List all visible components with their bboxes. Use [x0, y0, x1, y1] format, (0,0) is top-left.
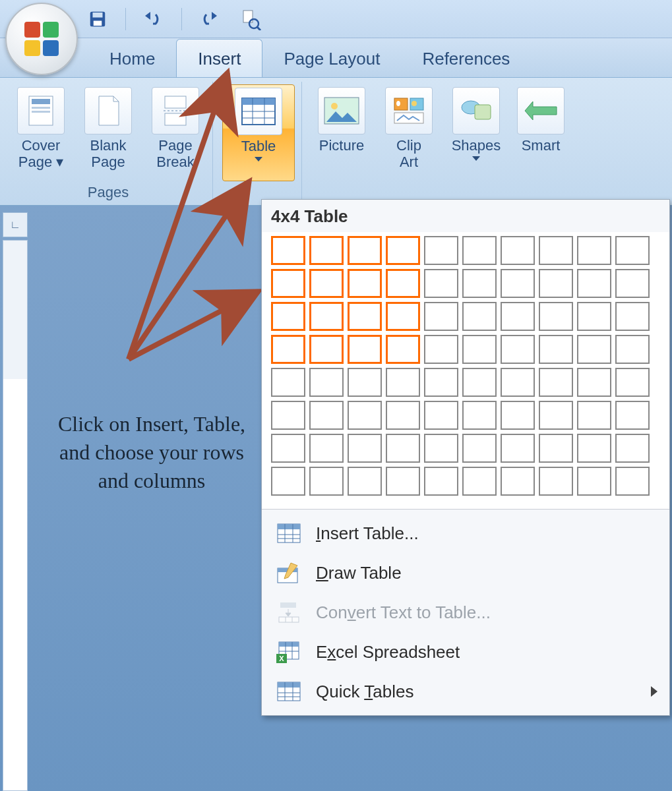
grid-cell[interactable]	[501, 335, 535, 364]
undo-button[interactable]	[140, 6, 167, 32]
picture-button[interactable]: Picture	[311, 84, 372, 181]
grid-cell[interactable]	[348, 467, 382, 496]
grid-cell[interactable]	[539, 335, 573, 364]
grid-cell[interactable]	[501, 401, 535, 430]
clip-art-button[interactable]: Clip Art	[379, 84, 439, 181]
grid-cell[interactable]	[501, 302, 535, 331]
grid-cell[interactable]	[462, 236, 497, 265]
grid-cell[interactable]	[309, 467, 344, 496]
menu-insert-table[interactable]: Insert Table...	[262, 513, 669, 553]
grid-cell[interactable]	[386, 335, 420, 364]
grid-cell[interactable]	[462, 335, 497, 364]
grid-cell[interactable]	[386, 467, 420, 496]
grid-cell[interactable]	[462, 368, 497, 397]
grid-cell[interactable]	[424, 434, 458, 463]
grid-cell[interactable]	[539, 467, 573, 496]
grid-cell[interactable]	[271, 368, 305, 397]
menu-draw-table[interactable]: Draw Table	[262, 553, 669, 593]
grid-cell[interactable]	[577, 368, 611, 397]
grid-cell[interactable]	[271, 401, 305, 430]
grid-cell[interactable]	[271, 236, 305, 265]
grid-cell[interactable]	[348, 269, 382, 298]
grid-cell[interactable]	[348, 236, 382, 265]
save-button[interactable]	[84, 6, 111, 32]
grid-cell[interactable]	[615, 401, 650, 430]
grid-cell[interactable]	[309, 269, 344, 298]
tab-page-layout[interactable]: Page Layout	[262, 40, 401, 77]
grid-cell[interactable]	[577, 335, 611, 364]
grid-cell[interactable]	[462, 434, 497, 463]
tab-home[interactable]: Home	[88, 40, 176, 77]
grid-cell[interactable]	[577, 467, 611, 496]
grid-cell[interactable]	[309, 368, 344, 397]
grid-cell[interactable]	[501, 434, 535, 463]
grid-cell[interactable]	[309, 401, 344, 430]
grid-cell[interactable]	[615, 368, 650, 397]
grid-cell[interactable]	[424, 236, 458, 265]
shapes-button[interactable]: Shapes	[446, 84, 506, 181]
grid-cell[interactable]	[501, 236, 535, 265]
grid-cell[interactable]	[424, 302, 458, 331]
grid-cell[interactable]	[462, 401, 497, 430]
grid-cell[interactable]	[271, 434, 305, 463]
grid-cell[interactable]	[539, 302, 573, 331]
grid-cell[interactable]	[615, 269, 650, 298]
grid-cell[interactable]	[615, 467, 650, 496]
grid-cell[interactable]	[462, 269, 497, 298]
tab-references[interactable]: References	[401, 40, 531, 77]
grid-cell[interactable]	[615, 335, 650, 364]
office-button[interactable]	[5, 3, 78, 75]
grid-cell[interactable]	[348, 368, 382, 397]
grid-cell[interactable]	[386, 368, 420, 397]
menu-quick-tables[interactable]: Quick Tables	[262, 672, 669, 711]
grid-cell[interactable]	[577, 434, 611, 463]
grid-cell[interactable]	[539, 401, 573, 430]
grid-cell[interactable]	[424, 335, 458, 364]
grid-cell[interactable]	[348, 335, 382, 364]
grid-cell[interactable]	[348, 434, 382, 463]
grid-cell[interactable]	[462, 302, 497, 331]
grid-cell[interactable]	[577, 401, 611, 430]
grid-cell[interactable]	[309, 236, 344, 265]
grid-cell[interactable]	[271, 467, 305, 496]
grid-cell[interactable]	[539, 236, 573, 265]
grid-cell[interactable]	[348, 401, 382, 430]
grid-cell[interactable]	[501, 467, 535, 496]
grid-cell[interactable]	[309, 434, 344, 463]
grid-cell[interactable]	[271, 269, 305, 298]
grid-cell[interactable]	[577, 269, 611, 298]
tab-insert[interactable]: Insert	[176, 39, 262, 77]
print-preview-button[interactable]	[237, 6, 264, 32]
menu-excel-spreadsheet[interactable]: X Excel Spreadsheet	[262, 632, 669, 672]
grid-cell[interactable]	[386, 302, 420, 331]
grid-cell[interactable]	[348, 302, 382, 331]
grid-cell[interactable]	[386, 269, 420, 298]
grid-cell[interactable]	[577, 302, 611, 331]
grid-cell[interactable]	[424, 269, 458, 298]
grid-cell[interactable]	[386, 401, 420, 430]
grid-cell[interactable]	[615, 302, 650, 331]
grid-cell[interactable]	[615, 434, 650, 463]
grid-cell[interactable]	[424, 368, 458, 397]
grid-cell[interactable]	[386, 434, 420, 463]
grid-cell[interactable]	[501, 269, 535, 298]
grid-cell[interactable]	[271, 335, 305, 364]
smartart-button[interactable]: Smart	[513, 84, 568, 181]
blank-page-button[interactable]: Blank Page	[78, 84, 138, 181]
grid-cell[interactable]	[309, 302, 344, 331]
grid-cell[interactable]	[462, 467, 497, 496]
cover-page-button[interactable]: Cover Page ▾	[11, 84, 71, 181]
grid-cell[interactable]	[539, 269, 573, 298]
grid-cell[interactable]	[271, 302, 305, 331]
grid-cell[interactable]	[309, 335, 344, 364]
redo-button[interactable]	[197, 6, 223, 32]
grid-cell[interactable]	[577, 236, 611, 265]
grid-cell[interactable]	[424, 401, 458, 430]
grid-cell[interactable]	[615, 236, 650, 265]
table-size-grid[interactable]	[262, 232, 669, 509]
grid-cell[interactable]	[539, 434, 573, 463]
grid-cell[interactable]	[501, 368, 535, 397]
grid-cell[interactable]	[386, 236, 420, 265]
grid-cell[interactable]	[424, 467, 458, 496]
page-break-button[interactable]: Page Break	[145, 84, 206, 181]
